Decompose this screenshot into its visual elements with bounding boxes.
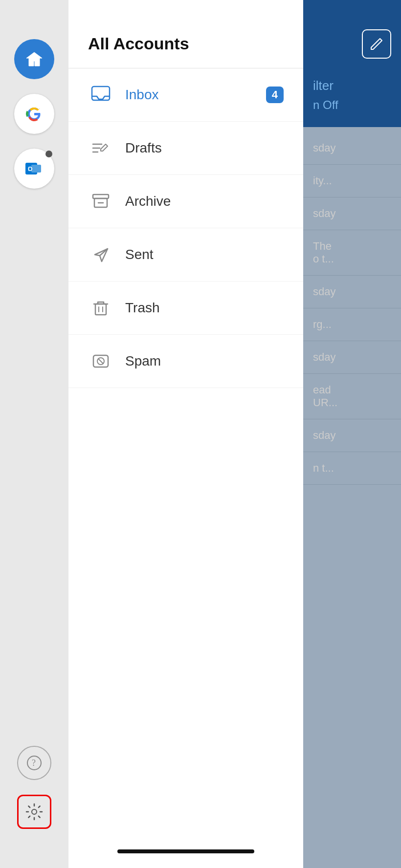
help-icon: ? — [26, 755, 42, 771]
menu-item-inbox[interactable]: Inbox 4 — [68, 68, 303, 122]
inbox-icon — [88, 82, 113, 108]
drawer-title: All Accounts — [88, 34, 284, 53]
list-item-text: sday — [313, 351, 391, 364]
outlook-icon: O l — [23, 158, 45, 179]
list-item[interactable]: Theo t... — [303, 230, 401, 276]
inbox-badge: 4 — [266, 87, 284, 103]
spam-icon — [88, 348, 113, 374]
filter-label: ilter — [313, 78, 334, 93]
archive-icon — [88, 189, 113, 214]
list-item[interactable]: sday — [303, 341, 401, 374]
list-item[interactable]: rg... — [303, 308, 401, 341]
trash-icon — [88, 295, 113, 321]
list-item-text: ity... — [313, 174, 391, 187]
list-item-text: n t... — [313, 462, 391, 475]
svg-line-21 — [98, 359, 103, 364]
list-item[interactable]: sday — [303, 276, 401, 308]
drafts-label: Drafts — [125, 140, 162, 156]
sidebar: O l ? — [0, 0, 68, 868]
list-item[interactable]: ity... — [303, 165, 401, 197]
sent-label: Sent — [125, 247, 154, 262]
svg-point-6 — [32, 809, 37, 814]
sidebar-item-google[interactable] — [14, 94, 54, 134]
help-button[interactable]: ? — [17, 746, 51, 780]
sidebar-bottom: ? — [17, 746, 51, 829]
sidebar-item-home[interactable] — [14, 39, 54, 79]
compose-icon — [369, 37, 384, 51]
drawer-header: All Accounts — [68, 0, 303, 68]
trash-label: Trash — [125, 300, 160, 316]
right-email-list: sday ity... sday Theo t... sday rg... sd… — [303, 127, 401, 868]
drawer-panel: All Accounts Inbox 4 — [68, 0, 303, 868]
list-item-text: sday — [313, 285, 391, 298]
drawer-menu: Inbox 4 Drafts — [68, 68, 303, 840]
archive-label: Archive — [125, 194, 171, 209]
inbox-label: Inbox — [125, 87, 159, 103]
menu-item-drafts[interactable]: Drafts — [68, 122, 303, 175]
sent-icon — [88, 242, 113, 267]
list-item-text: eadUR... — [313, 384, 391, 409]
google-icon — [23, 103, 45, 125]
list-item-text: Theo t... — [313, 240, 391, 265]
focus-off-label: n Off — [313, 98, 338, 111]
svg-text:?: ? — [32, 758, 36, 768]
list-item-text: sday — [313, 142, 391, 154]
menu-item-spam[interactable]: Spam — [68, 335, 303, 388]
list-item[interactable]: eadUR... — [303, 374, 401, 419]
list-item-text: rg... — [313, 318, 391, 331]
svg-rect-16 — [95, 304, 106, 315]
settings-button[interactable] — [17, 795, 51, 829]
list-item[interactable]: n t... — [303, 452, 401, 485]
menu-item-sent[interactable]: Sent — [68, 228, 303, 282]
list-item[interactable]: sday — [303, 419, 401, 452]
menu-item-archive[interactable]: Archive — [68, 175, 303, 228]
drafts-icon — [88, 135, 113, 161]
svg-text:l: l — [28, 166, 29, 173]
home-icon — [23, 48, 45, 70]
list-item[interactable]: sday — [303, 197, 401, 230]
svg-rect-7 — [92, 87, 110, 100]
spam-label: Spam — [125, 353, 161, 369]
list-item[interactable]: sday — [303, 132, 401, 165]
menu-item-trash[interactable]: Trash — [68, 282, 303, 335]
home-indicator — [117, 849, 254, 853]
right-top-bar: ilter n Off — [303, 0, 401, 127]
sidebar-item-outlook[interactable]: O l — [14, 149, 54, 189]
svg-rect-1 — [31, 165, 41, 173]
list-item-text: sday — [313, 207, 391, 220]
list-item-text: sday — [313, 429, 391, 442]
settings-icon — [25, 803, 43, 821]
compose-button[interactable] — [362, 29, 391, 59]
right-panel: ilter n Off sday ity... sday Theo t... s… — [303, 0, 401, 868]
notification-dot — [45, 151, 52, 157]
